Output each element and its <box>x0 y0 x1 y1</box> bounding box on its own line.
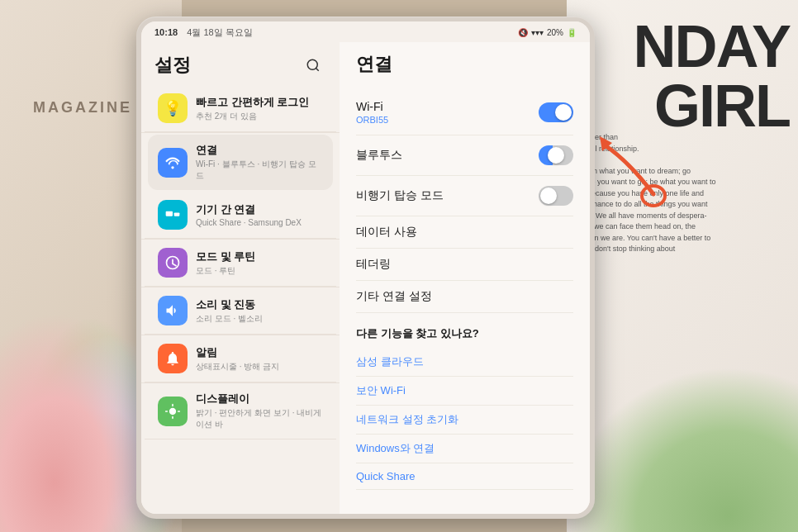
connection-icon <box>158 148 188 178</box>
sound-icon <box>158 296 188 325</box>
status-time: 10:18 <box>154 27 178 37</box>
battery-text: 20% <box>547 28 563 37</box>
alarm-title: 알림 <box>196 345 323 360</box>
svg-rect-2 <box>166 211 173 216</box>
device-connect-subtitle: Quick Share · Samsung DeX <box>196 218 323 227</box>
tablet-screen: 10:18 4월 18일 목요일 🔇 ▾▾▾ 20% 🔋 설정 <box>141 21 590 514</box>
data-usage-name: 데이터 사용 <box>356 225 573 240</box>
wifi-item: Wi-Fi ORBI55 <box>356 90 573 135</box>
airplane-toggle-thumb <box>540 188 557 204</box>
quick-share-link[interactable]: Quick Share <box>356 463 573 490</box>
status-icons: 🔇 ▾▾▾ 20% 🔋 <box>518 28 577 37</box>
settings-item-quick-login[interactable]: 💡 빠르고 간편하게 로그인 추천 2개 더 있음 <box>145 85 336 132</box>
battery-icon: 🔋 <box>567 28 577 37</box>
quick-login-icon: 💡 <box>158 93 188 123</box>
airplane-item-left: 비행기 탑승 모드 <box>356 188 444 203</box>
alarm-icon <box>158 344 188 373</box>
settings-item-sound[interactable]: 소리 및 진동 소리 모드 · 벨소리 <box>145 287 336 335</box>
mode-routine-title: 모드 및 루틴 <box>196 249 323 264</box>
network-reset-link[interactable]: 네트워크 설정 초기화 <box>356 406 573 435</box>
airplane-name: 비행기 탑승 모드 <box>356 188 444 203</box>
settings-item-connection[interactable]: 연결 Wi-Fi · 블루투스 · 비행기 탑승 모드 <box>148 135 333 190</box>
bluetooth-toggle[interactable] <box>539 145 573 165</box>
mode-routine-text: 모드 및 루틴 모드 · 루틴 <box>196 249 323 277</box>
wifi-toggle-thumb <box>555 104 572 121</box>
wifi-signal-icon: ▾▾▾ <box>531 28 544 37</box>
status-bar: 10:18 4월 18일 목요일 🔇 ▾▾▾ 20% 🔋 <box>141 21 590 42</box>
display-text: 디스플레이 밝기 · 편안하게 화면 보기 · 내비게이션 바 <box>196 392 323 430</box>
quick-login-text: 빠르고 간편하게 로그인 추천 2개 더 있음 <box>196 95 323 122</box>
connection-panel-title: 연결 <box>356 52 573 77</box>
device-connect-title: 기기 간 연결 <box>196 202 323 217</box>
bluetooth-toggle-thumb <box>548 147 564 164</box>
windows-connect-link[interactable]: Windows와 연결 <box>356 435 573 463</box>
bluetooth-name: 블루투스 <box>356 148 402 163</box>
other-settings-name: 기타 연결 설정 <box>356 289 573 304</box>
wifi-item-left: Wi-Fi ORBI55 <box>356 100 388 125</box>
svg-point-1 <box>171 166 173 169</box>
tethering-item[interactable]: 테더링 <box>356 249 573 281</box>
other-features-header: 다른 기능을 찾고 있나요? <box>356 313 573 348</box>
wifi-sub: ORBI55 <box>356 115 388 125</box>
wifi-name: Wi-Fi <box>356 100 388 113</box>
bluetooth-item-left: 블루투스 <box>356 148 402 163</box>
settings-item-mode-routine[interactable]: 모드 및 루틴 모드 · 루틴 <box>145 240 336 287</box>
data-usage-item[interactable]: 데이터 사용 <box>356 216 573 249</box>
settings-item-display[interactable]: 디스플레이 밝기 · 편안하게 화면 보기 · 내비게이션 바 <box>145 383 336 439</box>
other-settings-item[interactable]: 기타 연결 설정 <box>356 281 573 313</box>
right-text: is better thanfaithful relationship. Dre… <box>575 132 790 255</box>
alarm-subtitle: 상태표시줄 · 방해 금지 <box>196 361 323 373</box>
display-icon <box>158 397 188 426</box>
connection-subtitle: Wi-Fi · 블루투스 · 비행기 탑승 모드 <box>196 159 323 182</box>
sound-title: 소리 및 진동 <box>196 297 323 312</box>
quick-login-subtitle: 추천 2개 더 있음 <box>196 111 323 122</box>
mode-routine-icon <box>158 248 188 278</box>
search-button[interactable] <box>300 52 326 78</box>
quick-login-title: 빠르고 간편하게 로그인 <box>196 95 323 110</box>
magazine-label: MAGAZINE <box>33 99 132 116</box>
screen-content: 설정 💡 빠르고 간편하게 로그인 추천 2개 더 있음 <box>141 42 590 514</box>
connection-panel: 연결 Wi-Fi ORBI55 블루투스 <box>340 42 590 514</box>
mode-routine-subtitle: 모드 · 루틴 <box>196 265 323 277</box>
svg-point-0 <box>307 59 317 69</box>
right-flowers-decoration <box>567 367 798 532</box>
tablet-device: 10:18 4월 18일 목요일 🔇 ▾▾▾ 20% 🔋 설정 <box>136 17 595 519</box>
settings-title: 설정 <box>154 53 191 78</box>
status-date: 4월 18일 목요일 <box>187 27 252 37</box>
right-title: NDAY GIRL <box>634 17 790 135</box>
device-connect-icon <box>158 200 188 230</box>
title-line2: GIRL <box>634 76 790 135</box>
title-line1: NDAY <box>634 17 790 76</box>
svg-rect-3 <box>174 213 180 216</box>
settings-item-device-connect[interactable]: 기기 간 연결 Quick Share · Samsung DeX <box>145 192 336 239</box>
settings-header: 설정 <box>141 42 340 85</box>
samsung-cloud-link[interactable]: 삼성 클라우드 <box>356 348 573 377</box>
alarm-text: 알림 상태표시줄 · 방해 금지 <box>196 345 323 373</box>
bluetooth-item: 블루투스 <box>356 135 573 176</box>
airplane-item: 비행기 탑승 모드 <box>356 176 573 216</box>
wifi-toggle[interactable] <box>539 102 573 122</box>
display-subtitle: 밝기 · 편안하게 화면 보기 · 내비게이션 바 <box>196 407 323 430</box>
settings-panel: 설정 💡 빠르고 간편하게 로그인 추천 2개 더 있음 <box>141 42 340 514</box>
device-connect-text: 기기 간 연결 Quick Share · Samsung DeX <box>196 202 323 227</box>
sound-text: 소리 및 진동 소리 모드 · 벨소리 <box>196 297 323 325</box>
tethering-name: 테더링 <box>356 257 573 272</box>
display-title: 디스플레이 <box>196 392 323 406</box>
sound-subtitle: 소리 모드 · 벨소리 <box>196 313 323 325</box>
mute-icon: 🔇 <box>518 28 528 37</box>
settings-item-alarm[interactable]: 알림 상태표시줄 · 방해 금지 <box>145 335 336 382</box>
secure-wifi-link[interactable]: 보안 Wi-Fi <box>356 377 573 406</box>
airplane-toggle[interactable] <box>539 186 573 206</box>
status-bar-left: 10:18 4월 18일 목요일 <box>154 26 253 39</box>
connection-title: 연결 <box>196 143 323 158</box>
connection-text: 연결 Wi-Fi · 블루투스 · 비행기 탑승 모드 <box>196 143 323 182</box>
